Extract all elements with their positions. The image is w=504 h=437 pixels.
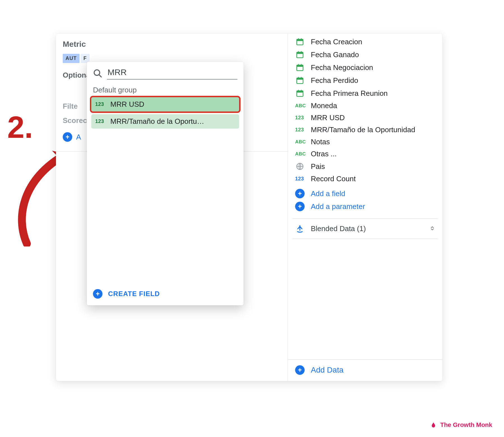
- svg-rect-15: [301, 77, 302, 79]
- add-data-button[interactable]: + Add Data: [288, 359, 442, 381]
- field-label: Moneda: [311, 101, 337, 110]
- field-fecha-primera-reunion[interactable]: Fecha Primera Reunion: [295, 89, 437, 98]
- plus-icon: +: [93, 289, 102, 299]
- blended-data-row[interactable]: Blended Data (1): [288, 222, 442, 236]
- calendar-icon: [295, 50, 305, 59]
- svg-rect-18: [298, 90, 299, 92]
- blended-data-label: Blended Data (1): [311, 224, 366, 233]
- field-label: MRR USD: [311, 113, 345, 122]
- search-icon: [93, 69, 102, 78]
- svg-rect-7: [301, 51, 302, 53]
- create-field-button[interactable]: + CREATE FIELD: [87, 283, 244, 305]
- right-column: Fecha Creacion Fecha Ganado Fecha Negoci…: [288, 34, 442, 381]
- add-field-button[interactable]: + Add a field: [295, 189, 437, 198]
- plus-icon: +: [295, 189, 305, 198]
- svg-rect-10: [298, 64, 299, 66]
- field-pais[interactable]: Pais: [295, 162, 437, 171]
- svg-rect-19: [301, 90, 302, 92]
- abc-icon: ABC: [295, 103, 305, 109]
- field-label: Fecha Creacion: [311, 38, 362, 46]
- search-input-wrap[interactable]: [107, 67, 237, 80]
- watermark-icon: [430, 422, 437, 428]
- abc-icon: ABC: [295, 151, 305, 157]
- field-label: Pais: [311, 162, 325, 171]
- field-label: Fecha Ganado: [311, 50, 359, 59]
- field-mrr-usd[interactable]: 123 MRR USD: [295, 113, 437, 122]
- add-parameter-button[interactable]: + Add a parameter: [295, 202, 437, 211]
- globe-icon: [295, 162, 305, 171]
- field-moneda[interactable]: ABC Moneda: [295, 101, 437, 110]
- dropdown-item-mrr-tamano[interactable]: 123 MRR/Tamaño de la Oportu…: [91, 114, 239, 129]
- add-field-label: Add a field: [311, 189, 345, 198]
- watermark-text: The Growth Monk: [440, 421, 492, 429]
- available-fields-list: Fecha Creacion Fecha Ganado Fecha Negoci…: [288, 36, 442, 215]
- field-fecha-ganado[interactable]: Fecha Ganado: [295, 50, 437, 59]
- metric-search-dropdown: Default group 123 MRR USD 123 MRR/Tamaño…: [87, 62, 244, 305]
- field-otras[interactable]: ABC Otras ...: [295, 150, 437, 158]
- svg-rect-2: [298, 38, 299, 40]
- field-label: Fecha Perdido: [311, 76, 358, 85]
- add-parameter-label: Add a parameter: [311, 202, 365, 211]
- svg-rect-9: [297, 65, 303, 67]
- plus-icon: +: [63, 132, 72, 142]
- search-input[interactable]: [107, 67, 237, 77]
- field-label: Fecha Primera Reunion: [311, 89, 388, 98]
- svg-rect-13: [297, 78, 303, 80]
- abc-icon: ABC: [295, 139, 305, 145]
- number-icon: 123: [295, 127, 305, 133]
- add-filter-label: A: [76, 133, 81, 141]
- add-data-label: Add Data: [311, 366, 344, 375]
- number-icon: 123: [95, 118, 106, 124]
- calendar-icon: [295, 89, 305, 98]
- field-mrr-tamano[interactable]: 123 MRR/Tamaño de la Oportunidad: [295, 125, 437, 134]
- create-field-label: CREATE FIELD: [108, 290, 160, 298]
- svg-rect-11: [301, 64, 302, 66]
- right-separator-2: [292, 239, 438, 239]
- svg-rect-5: [297, 52, 303, 54]
- number-icon: 123: [295, 115, 305, 121]
- dropdown-results: 123 MRR USD 123 MRR/Tamaño de la Oportu…: [87, 97, 244, 129]
- watermark: The Growth Monk: [430, 421, 492, 429]
- field-label: Notas: [311, 138, 330, 146]
- field-label: Fecha Negociacion: [311, 63, 373, 72]
- right-separator: [292, 218, 438, 219]
- calendar-icon: [295, 37, 305, 47]
- dropdown-item-mrr-usd[interactable]: 123 MRR USD: [91, 97, 239, 111]
- dropdown-group-label: Default group: [87, 81, 244, 97]
- plus-icon: +: [295, 202, 305, 211]
- svg-rect-14: [298, 77, 299, 79]
- dropdown-item-label: MRR USD: [110, 100, 144, 109]
- calendar-icon: [295, 76, 305, 85]
- blend-icon: [295, 225, 305, 233]
- dropdown-item-label: MRR/Tamaño de la Oportu…: [110, 117, 204, 126]
- field-fecha-negociacion[interactable]: Fecha Negociacion: [295, 63, 437, 72]
- calendar-icon: [295, 63, 305, 72]
- field-fecha-creacion[interactable]: Fecha Creacion: [295, 37, 437, 47]
- svg-rect-17: [297, 91, 303, 92]
- metric-chip-aut[interactable]: AUT: [63, 54, 80, 63]
- field-record-count[interactable]: 123 Record Count: [295, 175, 437, 183]
- field-label: Record Count: [311, 175, 356, 183]
- svg-rect-3: [301, 38, 302, 40]
- field-fecha-perdido[interactable]: Fecha Perdido: [295, 76, 437, 85]
- field-notas[interactable]: ABC Notas: [295, 138, 437, 146]
- search-row: [87, 62, 244, 81]
- svg-line-22: [99, 75, 101, 77]
- svg-rect-6: [298, 51, 299, 53]
- field-label: Otras ...: [311, 150, 337, 158]
- field-label: MRR/Tamaño de la Oportunidad: [311, 125, 415, 134]
- number-icon: 123: [295, 176, 305, 182]
- number-icon: 123: [95, 101, 106, 107]
- sort-icon[interactable]: [430, 224, 436, 233]
- annotation-number: 2.: [7, 109, 33, 145]
- svg-rect-1: [297, 39, 303, 41]
- plus-icon: +: [295, 365, 305, 375]
- metric-heading: Metric: [63, 40, 281, 49]
